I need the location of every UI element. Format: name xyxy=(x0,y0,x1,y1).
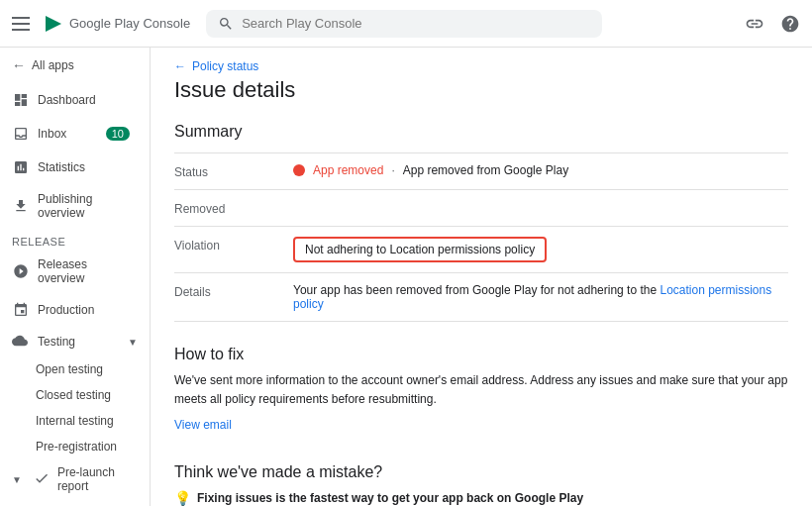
logo: Google Play Console xyxy=(44,14,190,34)
breadcrumb[interactable]: ← Policy status xyxy=(174,48,788,77)
page-title: Issue details xyxy=(174,77,788,103)
release-section-label: Release xyxy=(0,228,150,250)
testing-chevron-icon: ▼ xyxy=(128,337,138,348)
sidebar-inbox-label: Inbox xyxy=(38,127,66,141)
details-info-value: Your app has been removed from Google Pl… xyxy=(293,283,788,311)
releases-icon xyxy=(12,262,30,280)
sidebar-item-inbox[interactable]: Inbox 10 xyxy=(0,117,142,151)
status-value: App removed · App removed from Google Pl… xyxy=(293,163,788,177)
summary-title: Summary xyxy=(174,123,788,141)
sidebar-item-open-testing[interactable]: Open testing xyxy=(0,356,150,382)
mistake-title: Think we've made a mistake? xyxy=(174,463,788,481)
pre-launch-icon xyxy=(34,470,50,488)
play-logo-icon xyxy=(44,14,63,34)
link-icon[interactable] xyxy=(745,14,764,34)
testing-icon xyxy=(12,333,30,351)
fixing-tip-highlight: Fixing issues is the fastest way to get … xyxy=(197,491,583,505)
status-label: Status xyxy=(174,163,293,179)
svg-marker-0 xyxy=(46,16,61,32)
sidebar-item-internal-testing[interactable]: Internal testing xyxy=(0,408,150,434)
logo-text: Google Play Console xyxy=(69,16,190,31)
testing-label: Testing xyxy=(38,335,75,349)
sidebar-item-statistics[interactable]: Statistics xyxy=(0,151,142,184)
sidebar-item-publishing[interactable]: Publishing overview xyxy=(0,184,142,228)
pre-launch-label: Pre-launch report xyxy=(57,465,138,493)
statistics-icon xyxy=(12,158,30,176)
sidebar: ← All apps Dashboard Inbox 10 Statistics xyxy=(0,48,151,506)
production-icon xyxy=(12,301,30,319)
status-desc-text: App removed from Google Play xyxy=(403,163,568,177)
sidebar-item-releases-overview[interactable]: Releases overview xyxy=(0,250,142,293)
details-info-row: Details Your app has been removed from G… xyxy=(174,273,788,322)
how-to-fix-desc: We've sent more information to the accou… xyxy=(174,371,788,409)
topbar: Google Play Console xyxy=(0,0,812,48)
publishing-icon xyxy=(12,197,30,215)
releases-overview-label: Releases overview xyxy=(38,257,130,285)
testing-group-header[interactable]: Testing ▼ xyxy=(0,327,150,356)
status-dot-icon xyxy=(293,164,305,176)
production-label: Production xyxy=(38,303,94,317)
status-separator: · xyxy=(391,163,394,177)
dashboard-icon xyxy=(12,91,30,109)
details-table: Status App removed · App removed from Go… xyxy=(174,152,788,322)
hamburger-menu[interactable] xyxy=(12,12,36,36)
breadcrumb-label: Policy status xyxy=(192,59,258,73)
lightbulb-icon: 💡 xyxy=(174,490,191,506)
fixing-tip: 💡 Fixing issues is the fastest way to ge… xyxy=(174,489,788,506)
view-email-link[interactable]: View email xyxy=(174,418,232,432)
sidebar-statistics-label: Statistics xyxy=(38,160,85,174)
sidebar-dashboard-label: Dashboard xyxy=(38,93,96,107)
back-arrow-icon: ← xyxy=(12,57,26,73)
search-input[interactable] xyxy=(242,16,590,31)
violation-row: Violation Not adhering to Location permi… xyxy=(174,227,788,273)
search-bar[interactable] xyxy=(206,10,602,38)
fixing-tip-text: Fixing issues is the fastest way to get … xyxy=(197,489,583,506)
search-icon xyxy=(218,16,234,32)
inbox-badge: 10 xyxy=(106,127,130,141)
sidebar-item-pre-launch-overview[interactable]: Overview xyxy=(0,499,150,506)
sidebar-publishing-label: Publishing overview xyxy=(38,192,130,220)
violation-label: Violation xyxy=(174,237,293,253)
violation-value: Not adhering to Location permissions pol… xyxy=(293,237,788,262)
inbox-icon xyxy=(12,125,30,143)
sidebar-item-production[interactable]: Production xyxy=(0,293,142,327)
removed-label: Removed xyxy=(174,200,293,216)
breadcrumb-arrow-icon: ← xyxy=(174,59,186,73)
all-apps-label: All apps xyxy=(32,58,74,72)
removed-row: Removed xyxy=(174,190,788,227)
pre-launch-chevron-icon: ▼ xyxy=(12,474,22,485)
sidebar-item-dashboard[interactable]: Dashboard xyxy=(0,83,142,117)
sidebar-item-pre-registration[interactable]: Pre-registration xyxy=(0,434,150,459)
details-label: Details xyxy=(174,283,293,299)
details-info-text: Your app has been removed from Google Pl… xyxy=(293,283,657,297)
violation-box: Not adhering to Location permissions pol… xyxy=(293,237,547,262)
all-apps-link[interactable]: ← All apps xyxy=(0,48,150,83)
status-removed-text: App removed xyxy=(313,163,383,177)
help-icon[interactable] xyxy=(780,14,800,34)
main-content: ← Policy status Issue details Summary St… xyxy=(151,48,812,506)
topbar-actions xyxy=(745,14,800,34)
sidebar-item-closed-testing[interactable]: Closed testing xyxy=(0,382,150,408)
status-row: Status App removed · App removed from Go… xyxy=(174,153,788,190)
how-to-fix-title: How to fix xyxy=(174,346,788,363)
pre-launch-header[interactable]: ▼ Pre-launch report xyxy=(0,459,150,499)
